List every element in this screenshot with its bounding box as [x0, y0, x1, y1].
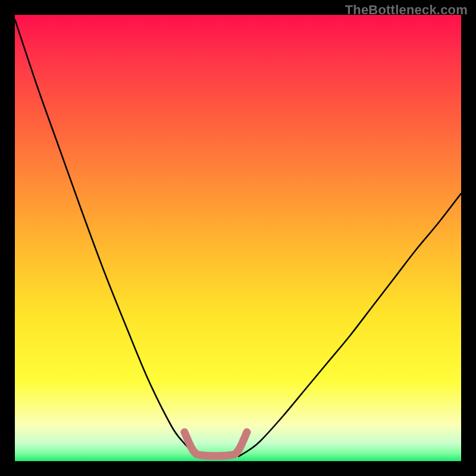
watermark-label: TheBottleneck.com	[345, 2, 468, 18]
curve-left	[15, 20, 202, 457]
chart-frame: TheBottleneck.com	[0, 0, 476, 476]
chart-svg	[15, 15, 461, 461]
curve-right	[238, 193, 461, 457]
plot-area	[15, 15, 461, 461]
red-bracket	[184, 432, 247, 456]
